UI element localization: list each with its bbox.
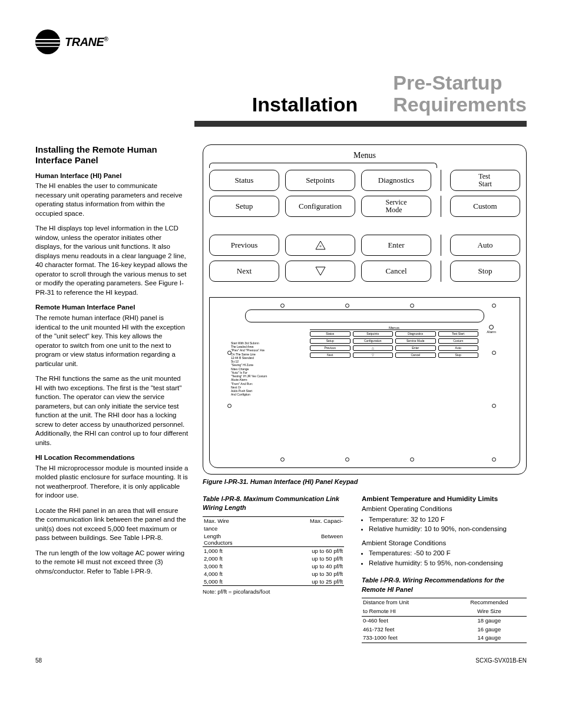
table-cell: up to 30 pf/ft [269, 570, 344, 578]
mini-key: ▽ [353, 353, 394, 358]
ambient-st-list: Temperatures: -50 to 200 F Relative humi… [362, 549, 527, 568]
section-heading: Installing the Remote Human Interface Pa… [35, 144, 189, 166]
screw-icon [492, 457, 496, 462]
subheading-hi-panel: Human Interface (HI) Panel [35, 172, 189, 181]
divider [437, 235, 444, 256]
divider [437, 261, 444, 282]
figure-caption: Figure I-PR-31. Human Interface (HI) Pan… [203, 478, 527, 485]
table-header: Wire Size [452, 607, 527, 616]
key-custom: Custom [450, 196, 520, 217]
list-item: Relative humidity: 10 to 90%, non-conden… [369, 525, 527, 534]
table-cell: 1,000 ft [203, 546, 269, 555]
screw-icon [492, 404, 496, 408]
mini-key: Previous [310, 345, 351, 351]
paragraph: The remote human interface (RHI) panel i… [35, 314, 189, 368]
table-cell: 14 gauge [452, 634, 527, 643]
logo-globe-icon [35, 29, 60, 54]
footer: 58 SCXG-SVX01B-EN [35, 657, 527, 664]
paragraph: The HI microprocessor module is mounted … [35, 464, 189, 500]
screw-icon [492, 304, 496, 308]
mini-key: Custom [438, 338, 479, 344]
triangle-down-icon [315, 266, 326, 276]
triangle-up-icon: + [315, 240, 326, 251]
table-cell: 2,000 ft [203, 555, 269, 562]
table-cell: up to 40 pf/ft [269, 562, 344, 570]
table-header: Between [269, 532, 344, 547]
table-cell: 3,000 ft [203, 562, 269, 570]
key-previous: Previous [209, 235, 279, 256]
mini-key: Configuration [353, 338, 394, 344]
keypad-diagram: Menus Status Setpoints Diagnostics TestS… [203, 144, 527, 475]
paragraph: The HI displays top level information in… [35, 224, 189, 297]
table-8: Max. Wire Max. Capaci- tance LengthCondu… [203, 516, 344, 586]
ambient-op-heading: Ambient Operating Conditions [362, 505, 527, 514]
mini-key: Service Mode [395, 338, 436, 344]
panel-side-text: Start With 3rd Submn The Leaded Area "Pr… [231, 341, 290, 397]
key-status: Status [209, 170, 279, 191]
document-code: SCXG-SVX01B-EN [475, 657, 527, 664]
table-header: Max. Wire [203, 516, 269, 525]
table-cell: 0-460 feet [362, 616, 452, 625]
key-enter: Enter [361, 235, 431, 256]
body-text-column: Installing the Remote Human Interface Pa… [35, 144, 189, 643]
screw-icon [280, 304, 285, 308]
paragraph: The HI enables the user to communicate n… [35, 182, 189, 218]
mini-key: Diagnostics [395, 331, 436, 337]
table-header: Distance from Unit [362, 598, 452, 607]
screw-icon [280, 457, 285, 462]
key-diagnostics: Diagnostics [361, 170, 431, 191]
title-installation: Installation [252, 93, 358, 116]
key-configuration: Configuration [285, 196, 355, 217]
mini-keypad: Menus Status Setpoints Diagnostics Test … [310, 326, 478, 358]
brand-logo: TRANE® [35, 29, 527, 54]
table-header: tance [203, 525, 269, 532]
menus-brace [209, 163, 520, 169]
mini-key: Status [310, 331, 351, 337]
mini-key: △ [353, 345, 394, 351]
screw-icon [345, 304, 349, 308]
key-setup: Setup [209, 196, 279, 217]
screw-icon [345, 457, 349, 462]
mini-key: Auto [438, 345, 479, 351]
mini-key: Enter [395, 345, 436, 351]
table-9: Distance from Unit Recommended to Remote… [362, 598, 527, 643]
table-cell: 18 gauge [452, 616, 527, 625]
key-auto: Auto [450, 235, 520, 256]
table-cell: 733-1000 feet [362, 634, 452, 643]
mini-key: Cancel [395, 353, 436, 358]
ambient-heading: Ambient Temperature and Humidity Limits [362, 495, 527, 504]
key-minus [285, 261, 355, 282]
screw-icon [492, 351, 496, 355]
table-header: Recommended [452, 598, 527, 607]
page-titles: Installation Pre-Startup Requirements [35, 72, 527, 116]
table-cell: 5,000 ft [203, 578, 269, 586]
table-9-title: Table I-PR-9. Wiring Recommendations for… [362, 576, 527, 594]
ambient-op-list: Temperature: 32 to 120 F Relative humidi… [362, 515, 527, 534]
list-item: Temperatures: -50 to 200 F [369, 549, 527, 558]
menus-label: Menus [209, 151, 520, 160]
key-service-mode: ServiceMode [361, 196, 431, 217]
panel-illustration: Alarm Start With 3rd Submn The Leaded Ar… [209, 297, 520, 468]
title-prestartup: Pre-Startup Requirements [393, 72, 527, 116]
table-header: Max. Capaci- [269, 516, 344, 525]
screw-icon [410, 457, 414, 462]
subheading-rhi-panel: Remote Human Interface Panel [35, 303, 189, 312]
mini-key: Setup [310, 338, 351, 344]
key-plus: + [285, 235, 355, 256]
table-8-note: Note: pf/ft = picofarads/foot [203, 588, 344, 595]
list-item: Temperature: 32 to 120 F [369, 515, 527, 525]
table-cell: up to 50 pf/ft [269, 555, 344, 562]
ambient-st-heading: Ambient Storage Conditions [362, 539, 527, 548]
divider [437, 170, 444, 191]
screw-icon [227, 404, 232, 408]
svg-text:+: + [319, 243, 322, 249]
logo-text: TRANE® [65, 35, 108, 49]
table-cell: 16 gauge [452, 625, 527, 634]
figure-column: Menus Status Setpoints Diagnostics TestS… [203, 144, 527, 643]
alarm-indicator: Alarm [487, 325, 496, 334]
mini-key: Setpoints [353, 331, 394, 337]
svg-marker-2 [316, 267, 325, 275]
mini-key: Next [310, 353, 351, 358]
list-item: Relative humidity: 5 to 95%, non-condens… [369, 559, 527, 568]
lcd-window [245, 309, 484, 322]
